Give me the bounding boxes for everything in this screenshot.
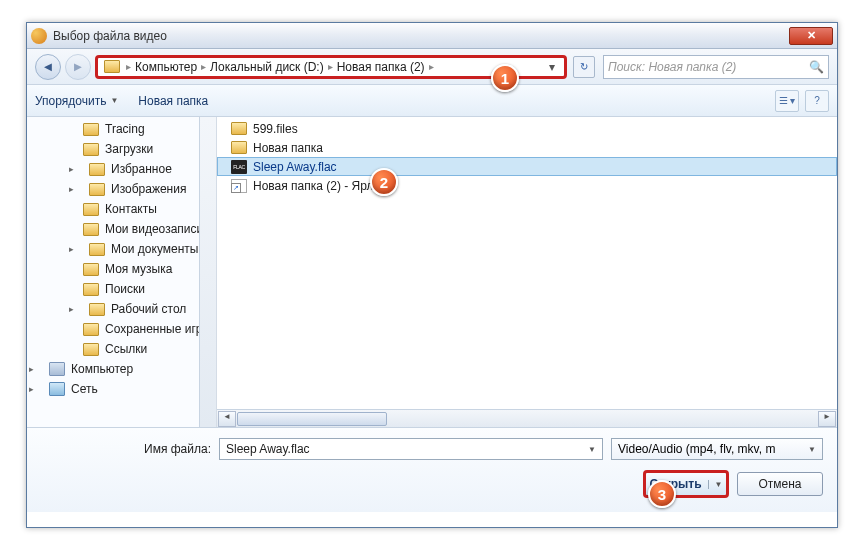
expand-icon[interactable]: ▸: [29, 384, 39, 394]
tree-item-label: Избранное: [111, 162, 172, 176]
chevron-right-icon[interactable]: ▸: [199, 61, 208, 72]
tree-item[interactable]: ▸Рабочий стол: [27, 299, 216, 319]
chevron-right-icon[interactable]: ▸: [427, 61, 436, 72]
folder-icon: [83, 123, 99, 136]
tree-item-label: Tracing: [105, 122, 145, 136]
expand-icon[interactable]: ▸: [69, 304, 79, 314]
nav-tree[interactable]: TracingЗагрузки▸Избранное▸ИзображенияКон…: [27, 117, 217, 427]
shortcut-icon: [231, 179, 247, 193]
tree-item-label: Сохраненные игры: [105, 322, 211, 336]
scroll-left-button[interactable]: ◄: [218, 411, 236, 427]
file-row[interactable]: Sleep Away.flac: [217, 157, 837, 176]
expand-icon[interactable]: ▸: [69, 164, 79, 174]
file-row[interactable]: Новая папка (2) - Ярлык: [217, 176, 837, 195]
folder-icon: [231, 122, 247, 135]
titlebar: Выбор файла видео ✕: [27, 23, 837, 49]
network-icon: [49, 382, 65, 396]
window-title: Выбор файла видео: [53, 29, 167, 43]
file-row[interactable]: 599.files: [217, 119, 837, 138]
tree-item-label: Ссылки: [105, 342, 147, 356]
tree-item[interactable]: ▸Компьютер: [27, 359, 216, 379]
tree-item-label: Контакты: [105, 202, 157, 216]
folder-icon: [89, 183, 105, 196]
folder-icon: [83, 223, 99, 236]
dialog-footer: Имя файла: Sleep Away.flac ▼ Video/Audio…: [27, 427, 837, 512]
filename-label: Имя файла:: [41, 442, 211, 456]
computer-icon: [49, 362, 65, 376]
crumb-folder[interactable]: Новая папка (2): [337, 60, 425, 74]
search-placeholder: Поиск: Новая папка (2): [608, 60, 809, 74]
folder-icon: [104, 60, 120, 73]
search-box[interactable]: Поиск: Новая папка (2) 🔍: [603, 55, 829, 79]
chevron-down-icon: ▼: [110, 96, 118, 105]
tree-item[interactable]: ▸Сеть: [27, 379, 216, 399]
tree-item[interactable]: Ссылки: [27, 339, 216, 359]
toolbar: Упорядочить ▼ Новая папка ☰ ▾ ?: [27, 85, 837, 117]
scroll-right-button[interactable]: ►: [818, 411, 836, 427]
tree-item[interactable]: ▸Мои документы: [27, 239, 216, 259]
help-button[interactable]: ?: [805, 90, 829, 112]
forward-button[interactable]: ►: [65, 54, 91, 80]
folder-icon: [231, 141, 247, 154]
tree-item[interactable]: ▸Изображения: [27, 179, 216, 199]
app-icon: [31, 28, 47, 44]
tree-item-label: Поиски: [105, 282, 145, 296]
file-pane[interactable]: 599.filesНовая папкаSleep Away.flacНовая…: [217, 117, 837, 427]
chevron-down-icon: ▼: [808, 445, 816, 454]
tree-item[interactable]: Сохраненные игры: [27, 319, 216, 339]
scroll-thumb[interactable]: [237, 412, 387, 426]
filename-dropdown[interactable]: ▼: [588, 445, 596, 454]
tree-item[interactable]: ▸Избранное: [27, 159, 216, 179]
tree-item-label: Изображения: [111, 182, 186, 196]
expand-icon[interactable]: ▸: [69, 244, 79, 254]
organize-button[interactable]: Упорядочить ▼: [35, 94, 118, 108]
crumb-drive[interactable]: Локальный диск (D:): [210, 60, 324, 74]
tree-item[interactable]: Моя музыка: [27, 259, 216, 279]
back-button[interactable]: ◄: [35, 54, 61, 80]
folder-icon: [83, 343, 99, 356]
file-name: Sleep Away.flac: [253, 160, 337, 174]
open-split[interactable]: ▼: [708, 480, 723, 489]
crumb-computer[interactable]: Компьютер: [135, 60, 197, 74]
expand-icon[interactable]: ▸: [29, 364, 39, 374]
annotation-2: 2: [370, 168, 398, 196]
folder-icon: [83, 283, 99, 296]
tree-item-label: Моя музыка: [105, 262, 172, 276]
chevron-right-icon[interactable]: ▸: [124, 61, 133, 72]
tree-item-label: Мои видеозаписи: [105, 222, 203, 236]
file-type-filter[interactable]: Video/Audio (mp4, flv, mkv, m ▼: [611, 438, 823, 460]
folder-icon: [89, 243, 105, 256]
annotation-3: 3: [648, 480, 676, 508]
refresh-button[interactable]: ↻: [573, 56, 595, 78]
nav-bar: ◄ ► ▸ Компьютер ▸ Локальный диск (D:) ▸ …: [27, 49, 837, 85]
tree-item-label: Рабочий стол: [111, 302, 186, 316]
tree-item-label: Загрузки: [105, 142, 153, 156]
close-button[interactable]: ✕: [789, 27, 833, 45]
file-row[interactable]: Новая папка: [217, 138, 837, 157]
file-name: 599.files: [253, 122, 298, 136]
tree-item[interactable]: Загрузки: [27, 139, 216, 159]
file-open-dialog: Выбор файла видео ✕ ◄ ► ▸ Компьютер ▸ Ло…: [26, 22, 838, 528]
folder-icon: [89, 303, 105, 316]
folder-icon: [83, 203, 99, 216]
tree-item[interactable]: Мои видеозаписи: [27, 219, 216, 239]
tree-item-label: Мои документы: [111, 242, 198, 256]
tree-item[interactable]: Поиски: [27, 279, 216, 299]
tree-item[interactable]: Tracing: [27, 119, 216, 139]
chevron-right-icon[interactable]: ▸: [326, 61, 335, 72]
address-dropdown[interactable]: ▾: [544, 60, 560, 74]
filename-input[interactable]: Sleep Away.flac ▼: [219, 438, 603, 460]
expand-icon[interactable]: ▸: [69, 184, 79, 194]
cancel-button[interactable]: Отмена: [737, 472, 823, 496]
new-folder-button[interactable]: Новая папка: [138, 94, 208, 108]
folder-icon: [83, 263, 99, 276]
tree-item[interactable]: Контакты: [27, 199, 216, 219]
file-name: Новая папка: [253, 141, 323, 155]
folder-icon: [89, 163, 105, 176]
folder-icon: [83, 143, 99, 156]
view-button[interactable]: ☰ ▾: [775, 90, 799, 112]
search-icon: 🔍: [809, 60, 824, 74]
tree-item-label: Компьютер: [71, 362, 133, 376]
h-scrollbar[interactable]: ◄ ►: [217, 409, 837, 427]
tree-item-label: Сеть: [71, 382, 98, 396]
